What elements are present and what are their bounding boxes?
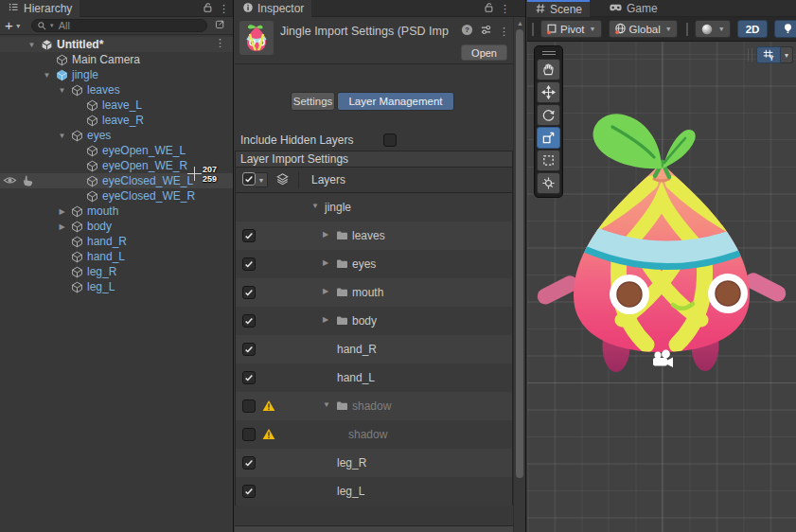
layer-checkbox[interactable] — [242, 371, 256, 384]
layer-checkbox[interactable] — [242, 343, 256, 356]
layer-row-eyes[interactable]: ▶eyes — [236, 250, 512, 278]
eye-right[interactable] — [708, 274, 748, 313]
hierarchy-item-hand-l[interactable]: hand_L — [0, 249, 233, 264]
open-button[interactable]: Open — [461, 44, 507, 61]
hierarchy-item-leave-l[interactable]: leave_L — [0, 98, 233, 113]
shading-mode-button[interactable]: ▼ — [695, 20, 731, 38]
expander-right-icon[interactable]: ▶ — [323, 230, 328, 239]
eye-left[interactable] — [610, 275, 649, 314]
checkbox-dropdown[interactable]: ▼ — [256, 172, 268, 187]
lock-icon[interactable] — [483, 1, 494, 16]
hierarchy-item-leave-r[interactable]: leave_R — [0, 113, 233, 128]
help-icon[interactable]: ? — [461, 24, 473, 39]
expander-right-icon[interactable]: ▶ — [55, 222, 69, 231]
all-layers-checkbox[interactable] — [242, 172, 256, 186]
hierarchy-item-eyes[interactable]: ▼eyes — [0, 128, 233, 143]
layer-row-mouth[interactable]: ▶mouth — [236, 278, 512, 307]
overlay-drag-handle[interactable] — [537, 48, 560, 58]
layer-row-leg_l[interactable]: leg_L — [236, 477, 512, 505]
layer-checkbox[interactable] — [242, 456, 256, 470]
expander-right-icon[interactable]: ▶ — [323, 258, 328, 267]
toolbar-drag-handle[interactable] — [532, 23, 534, 36]
lock-icon[interactable] — [202, 1, 213, 16]
scene-viewport[interactable]: Y ▼ — [527, 42, 796, 532]
importer-menu-icon[interactable]: ⋮ — [499, 27, 509, 37]
toolbar-drag-handle[interactable] — [686, 23, 688, 36]
hierarchy-item-leg-l[interactable]: leg_L — [0, 279, 233, 294]
scroll-up-icon[interactable]: ▲ — [517, 20, 523, 27]
layer-row-shadow[interactable]: ▼shadow — [236, 392, 512, 420]
expander-down-icon[interactable]: ▼ — [40, 71, 54, 80]
expander-down-icon[interactable]: ▼ — [55, 132, 69, 140]
grid-toggle-button[interactable]: Y — [756, 46, 781, 63]
rect-tool[interactable] — [537, 150, 560, 171]
tab-inspector[interactable]: Inspector — [235, 0, 311, 17]
inspector-menu-icon[interactable]: ⋮ — [500, 4, 510, 14]
layer-row-body[interactable]: ▶body — [236, 307, 512, 335]
lighting-toggle-button[interactable] — [774, 20, 796, 38]
layer-checkbox[interactable] — [242, 314, 256, 328]
leaf-right[interactable] — [663, 130, 696, 168]
global-button[interactable]: Global ▼ — [609, 20, 678, 38]
layer-checkbox[interactable] — [242, 286, 256, 299]
visibility-eye-icon[interactable] — [3, 174, 17, 189]
tab-hierarchy[interactable]: Hierarchy — [0, 0, 80, 17]
hierarchy-item-eyeclosed-we-r[interactable]: eyeClosed_WE_R — [0, 188, 233, 204]
layer-checkbox[interactable] — [242, 485, 256, 498]
presets-icon[interactable] — [480, 24, 492, 39]
hierarchy-item-untitled-[interactable]: ▼Untitled*⋮ — [0, 37, 233, 52]
layer-row-hand_l[interactable]: hand_L — [236, 364, 512, 392]
layer-checkbox[interactable] — [242, 428, 256, 441]
layer-checkbox[interactable] — [242, 229, 256, 242]
layer-row-leaves[interactable]: ▶leaves — [236, 222, 512, 250]
hierarchy-item-mouth[interactable]: ▶mouth — [0, 204, 233, 219]
scale-tool[interactable] — [537, 127, 560, 149]
camera-gizmo-icon[interactable] — [653, 350, 673, 367]
hierarchy-item-body[interactable]: ▶body — [0, 219, 233, 234]
create-object-button[interactable]: +▼ — [5, 20, 22, 31]
2d-toggle-button[interactable]: 2D — [737, 20, 769, 38]
expander-down-icon[interactable]: ▼ — [311, 202, 319, 210]
tab-settings[interactable]: Settings — [291, 92, 335, 111]
scene-picker-icon[interactable] — [214, 18, 226, 33]
expander-down-icon[interactable]: ▼ — [25, 41, 39, 49]
hierarchy-menu-icon[interactable]: ⋮ — [219, 4, 229, 14]
hierarchy-item-eyeopen-we-r[interactable]: eyeOpen_WE_R — [0, 158, 233, 173]
layer-row-hand_r[interactable]: hand_R — [236, 335, 512, 364]
expander-down-icon[interactable]: ▼ — [55, 86, 69, 95]
move-tool[interactable] — [537, 81, 560, 103]
layer-row-shadow[interactable]: shadow — [236, 420, 512, 449]
expander-down-icon[interactable]: ▼ — [323, 400, 330, 409]
expander-right-icon[interactable]: ▶ — [323, 315, 328, 324]
hierarchy-item-leg-r[interactable]: leg_R — [0, 264, 233, 279]
tab-scene[interactable]: Scene — [527, 0, 590, 17]
pivot-button[interactable]: Pivot ▼ — [540, 20, 602, 38]
hierarchy-search-input[interactable]: ▼ All — [31, 19, 207, 32]
leaf-left[interactable] — [593, 114, 662, 168]
expander-right-icon[interactable]: ▶ — [323, 287, 328, 295]
inspector-scrollbar[interactable]: ▲ — [513, 17, 525, 532]
jingle-character[interactable] — [527, 42, 796, 532]
grid-options-dropdown[interactable]: ▼ — [781, 46, 793, 63]
layer-checkbox[interactable] — [242, 257, 256, 271]
tab-layer-management[interactable]: Layer Management — [337, 92, 454, 111]
tab-game[interactable]: Game — [601, 0, 665, 17]
overlay-drag-handle[interactable] — [748, 48, 752, 62]
transform-tool[interactable] — [537, 172, 560, 194]
include-hidden-layers-checkbox[interactable] — [383, 133, 397, 147]
scene-menu-icon[interactable]: ⋮ — [215, 38, 225, 48]
view-hand-tool[interactable] — [537, 59, 560, 80]
expander-right-icon[interactable]: ▶ — [55, 207, 69, 216]
layer-checkbox[interactable] — [242, 399, 256, 413]
hierarchy-item-jingle[interactable]: ▼jingle — [0, 67, 233, 82]
rotate-tool[interactable] — [537, 104, 560, 126]
layer-row-jingle[interactable]: ▼jingle — [236, 193, 512, 222]
hierarchy-item-eyeopen-we-l[interactable]: eyeOpen_WE_L — [0, 143, 233, 158]
layer-row-leg_r[interactable]: leg_R — [236, 449, 512, 477]
hierarchy-item-main-camera[interactable]: Main Camera — [0, 52, 233, 67]
hierarchy-item-eyeclosed-we-l[interactable]: eyeClosed_WE_L — [0, 173, 233, 188]
pickability-hand-icon[interactable] — [22, 174, 34, 189]
hierarchy-item-hand-r[interactable]: hand_R — [0, 234, 233, 249]
scrollbar-thumb[interactable] — [516, 29, 523, 478]
hierarchy-item-leaves[interactable]: ▼leaves — [0, 82, 233, 98]
